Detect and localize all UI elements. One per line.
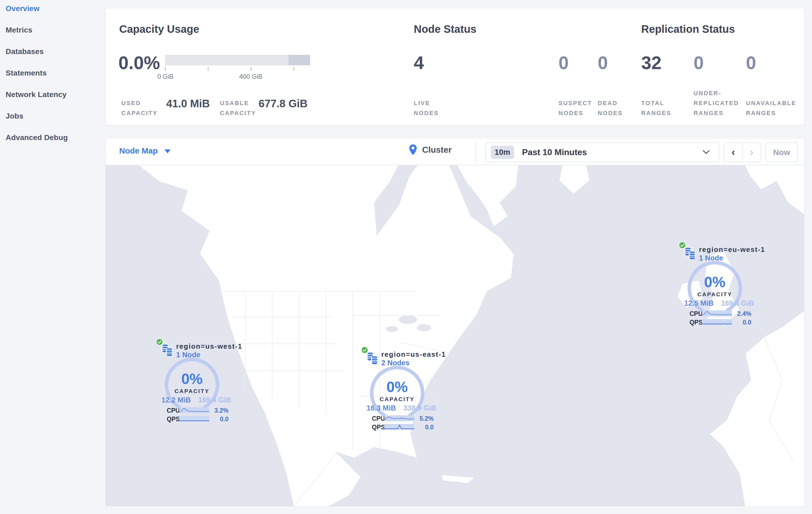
qps-label: QPS (372, 424, 385, 431)
cpu-label: CPU (167, 407, 180, 414)
suspect-nodes-label: SUSPECT NODES (558, 98, 596, 118)
time-step-back-button[interactable]: ‹ (724, 143, 743, 162)
capacity-bar (165, 55, 310, 65)
capacity-usage-title: Capacity Usage (119, 23, 199, 35)
qps-value: 0.0 (220, 415, 229, 423)
time-step-forward-button[interactable]: › (743, 143, 761, 162)
time-range-dropdown[interactable]: 10m Past 10 Minutes (486, 142, 719, 162)
replication-status-title: Replication Status (641, 23, 735, 35)
capacity-percent: 0% (369, 378, 425, 396)
sidebar-item-metrics[interactable]: Metrics (6, 26, 106, 36)
capacity-tick (208, 67, 208, 71)
qps-sparkline (702, 319, 732, 325)
qps-value: 0.0 (743, 319, 751, 326)
sidebar-item-network-latency[interactable]: Network Latency (6, 90, 106, 101)
total-capacity-value: 169.4 GiB (198, 396, 231, 404)
capacity-percent: 0.0% (118, 54, 160, 72)
breadcrumb-label: Cluster (422, 145, 452, 155)
sidebar-item-statements[interactable]: Statements (6, 69, 106, 79)
sidebar-item-overview[interactable]: Overview (6, 4, 106, 15)
capacity-percent: 0% (687, 273, 743, 291)
map-toolbar: Node Map Cluster 10m Past 10 Minutes ‹ ›… (106, 138, 804, 165)
cpu-sparkline (384, 415, 414, 421)
chevron-down-icon (702, 150, 710, 155)
database-icon (684, 246, 697, 261)
map-landmass-svg (106, 165, 804, 507)
page-background-strip (0, 507, 812, 514)
used-capacity-value: 41.0 MiB (166, 98, 210, 110)
unavailable-ranges-label: UNAVAILABLE RANGES (746, 98, 800, 118)
capacity-tick-label-400: 400 GiB (229, 73, 272, 80)
total-ranges-count: 32 (641, 54, 662, 72)
database-icon (366, 351, 379, 366)
breadcrumb[interactable]: Cluster (409, 144, 452, 155)
cpu-label: CPU (372, 415, 385, 422)
chevron-down-icon (165, 150, 171, 153)
cpu-label: CPU (690, 310, 703, 318)
used-capacity-label: USED CAPACITY (121, 98, 170, 118)
sidebar-item-databases[interactable]: Databases (6, 47, 106, 57)
under-replicated-ranges-count: 0 (694, 54, 704, 72)
view-selector-dropdown[interactable]: Node Map (119, 146, 171, 155)
dead-nodes-count: 0 (598, 54, 608, 72)
capacity-percent: 0% (164, 370, 220, 387)
under-replicated-ranges-label: UNDER-REPLICATED RANGES (694, 88, 747, 118)
now-button[interactable]: Now (765, 142, 798, 162)
unavailable-ranges-count: 0 (746, 54, 756, 72)
time-range-badge: 10m (491, 146, 514, 159)
region-label[interactable]: region=us-east-1 (381, 350, 446, 359)
node-status-title: Node Status (414, 23, 476, 35)
cluster-summary-card: Capacity Usage 0.0% 0 GiB 400 GiB USED C… (106, 8, 804, 125)
cpu-sparkline (702, 310, 732, 317)
cpu-value: 2.4% (737, 310, 751, 318)
sidebar: Overview Metrics Databases Statements Ne… (0, 0, 106, 514)
total-capacity-value: 169.4 GiB (721, 299, 754, 307)
qps-sparkline (179, 416, 209, 422)
capacity-tick (251, 67, 251, 71)
region-label[interactable]: region=eu-west-1 (699, 245, 765, 254)
time-step-controls: ‹ › (724, 142, 761, 162)
qps-sparkline (384, 424, 414, 430)
cpu-sparkline (179, 407, 209, 413)
capacity-label: CAPACITY (366, 396, 428, 402)
cpu-value: 3.2% (214, 407, 229, 414)
live-nodes-label: LIVE NODES (414, 98, 446, 118)
region-label[interactable]: region=us-west-1 (176, 342, 242, 351)
capacity-tick-label-0: 0 GiB (144, 73, 187, 80)
used-capacity-value: 12.2 MiB (162, 396, 191, 404)
total-ranges-label: TOTAL RANGES (641, 98, 676, 118)
qps-label: QPS (690, 319, 703, 326)
capacity-label: CAPACITY (161, 388, 223, 395)
capacity-tick (165, 67, 166, 71)
live-nodes-count: 4 (414, 54, 424, 72)
suspect-nodes-count: 0 (558, 54, 569, 72)
map-pin-icon (409, 144, 417, 155)
node-map-marker-eu-west-1[interactable]: region=eu-west-1 1 Node 0% CAPACITY 12.5… (678, 241, 759, 328)
time-range-label: Past 10 Minutes (522, 147, 587, 157)
sidebar-item-jobs[interactable]: Jobs (6, 112, 106, 122)
qps-value: 0.0 (425, 424, 434, 431)
view-selector-label: Node Map (119, 146, 157, 155)
capacity-label: CAPACITY (684, 291, 746, 298)
cpu-value: 5.2% (420, 415, 434, 422)
sidebar-item-advanced-debug[interactable]: Advanced Debug (6, 133, 106, 143)
node-map-marker-us-west-1[interactable]: region=us-west-1 1 Node 0% CAPACITY 12.2… (155, 338, 236, 425)
capacity-bar-reserved-segment (288, 55, 310, 65)
usable-capacity-value: 677.8 GiB (259, 98, 308, 110)
qps-label: QPS (167, 415, 180, 423)
capacity-tick (293, 67, 294, 71)
used-capacity-value: 16.3 MiB (367, 404, 396, 412)
total-capacity-value: 338.9 GiB (403, 404, 436, 412)
toolbar-divider (475, 141, 475, 162)
node-map-marker-us-east-1[interactable]: region=us-east-1 2 Nodes 0% CAPACITY 16.… (360, 346, 441, 433)
world-map: region=us-west-1 1 Node 0% CAPACITY 12.2… (106, 165, 804, 507)
database-icon (161, 343, 174, 357)
used-capacity-value: 12.5 MiB (684, 299, 714, 307)
node-map-panel: Node Map Cluster 10m Past 10 Minutes ‹ ›… (106, 138, 804, 507)
dead-nodes-label: DEAD NODES (598, 98, 630, 118)
